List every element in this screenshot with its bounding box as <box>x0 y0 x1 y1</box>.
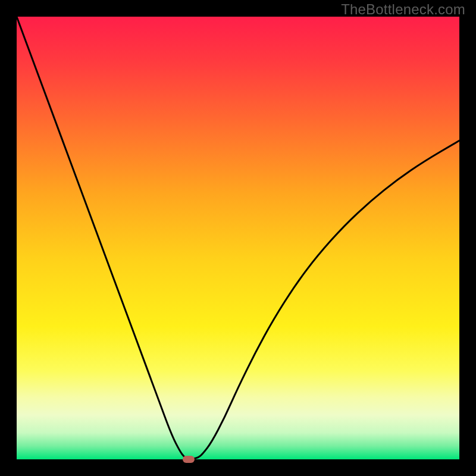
chart-frame <box>17 17 459 459</box>
watermark-text: TheBottleneck.com <box>341 1 465 18</box>
optimal-point-marker <box>183 456 195 463</box>
gradient-background <box>17 17 459 459</box>
bottleneck-chart <box>17 17 459 459</box>
